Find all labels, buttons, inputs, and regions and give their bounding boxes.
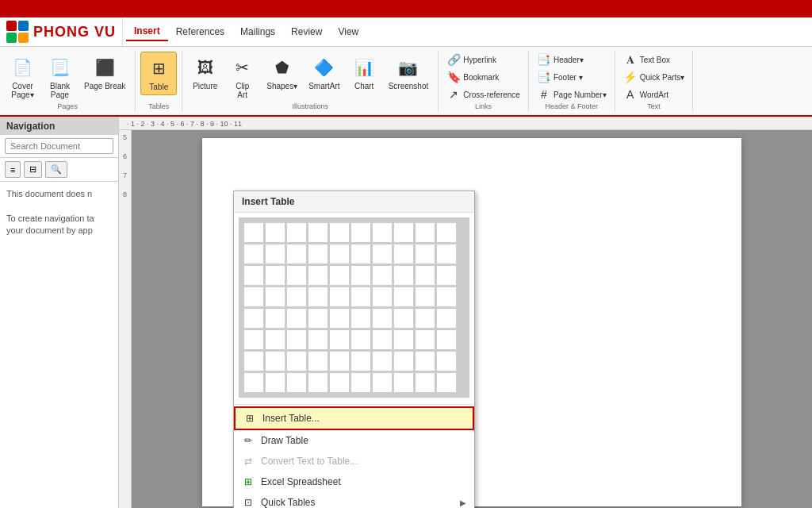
- page-break-button[interactable]: ⬛ Page Break: [79, 52, 130, 94]
- browse-headings-button[interactable]: ≡: [5, 161, 21, 178]
- table-cell[interactable]: [308, 287, 328, 307]
- table-cell[interactable]: [286, 329, 307, 350]
- table-cell[interactable]: [436, 372, 457, 393]
- table-cell[interactable]: [265, 351, 285, 371]
- table-cell[interactable]: [372, 287, 393, 307]
- excel-spreadsheet-item[interactable]: ⊞ Excel Spreadsheet: [234, 471, 474, 492]
- table-cell[interactable]: [265, 329, 285, 350]
- wordart-button[interactable]: A WordArt: [620, 87, 688, 102]
- table-cell[interactable]: [265, 265, 285, 286]
- table-cell[interactable]: [436, 244, 457, 264]
- table-button[interactable]: ⊞ Table: [140, 52, 177, 95]
- table-cell[interactable]: [350, 287, 371, 307]
- draw-table-item[interactable]: ✏ Draw Table: [234, 430, 474, 451]
- table-cell[interactable]: [243, 222, 264, 243]
- table-cell[interactable]: [372, 222, 393, 243]
- shapes-button[interactable]: ⬟ Shapes▾: [262, 52, 302, 94]
- table-cell[interactable]: [415, 372, 435, 393]
- table-cell[interactable]: [436, 222, 457, 243]
- table-cell[interactable]: [415, 287, 435, 307]
- table-cell[interactable]: [350, 244, 371, 264]
- cover-page-button[interactable]: 📄 CoverPage▾: [5, 52, 40, 102]
- quick-parts-button[interactable]: ⚡ Quick Parts▾: [620, 69, 688, 85]
- table-cell[interactable]: [243, 351, 264, 371]
- table-cell[interactable]: [372, 372, 393, 393]
- hyperlink-button[interactable]: 🔗 Hyperlink: [443, 52, 523, 67]
- cross-reference-button[interactable]: ↗ Cross-reference: [443, 87, 523, 102]
- table-cell[interactable]: [415, 265, 435, 286]
- table-cell[interactable]: [329, 329, 350, 350]
- table-cell[interactable]: [393, 308, 414, 329]
- table-cell[interactable]: [286, 244, 307, 264]
- picture-button[interactable]: 🖼 Picture: [187, 52, 223, 94]
- tab-insert[interactable]: Insert: [126, 22, 168, 41]
- table-cell[interactable]: [415, 351, 435, 371]
- table-cell[interactable]: [415, 244, 435, 264]
- table-cell[interactable]: [350, 222, 371, 243]
- text-box-button[interactable]: 𝐀 Text Box: [620, 52, 688, 67]
- smartart-button[interactable]: 🔷 SmartArt: [304, 52, 344, 94]
- table-cell[interactable]: [372, 329, 393, 350]
- table-cell[interactable]: [372, 244, 393, 264]
- table-cell[interactable]: [243, 265, 264, 286]
- table-cell[interactable]: [308, 372, 328, 393]
- table-cell[interactable]: [415, 308, 435, 329]
- table-cell[interactable]: [436, 329, 457, 350]
- table-cell[interactable]: [265, 287, 285, 307]
- table-cell[interactable]: [286, 287, 307, 307]
- bookmark-button[interactable]: 🔖 Bookmark: [443, 69, 523, 85]
- browse-pages-button[interactable]: ⊟: [24, 161, 42, 178]
- insert-table-item[interactable]: ⊞ Insert Table...: [234, 406, 474, 430]
- table-cell[interactable]: [243, 287, 264, 307]
- search-input[interactable]: [5, 138, 113, 154]
- table-cell[interactable]: [393, 265, 414, 286]
- blank-page-button[interactable]: 📃 BlankPage: [42, 52, 78, 102]
- table-cell[interactable]: [329, 222, 350, 243]
- table-cell[interactable]: [308, 308, 328, 329]
- header-button[interactable]: 📑 Header▾: [534, 52, 610, 67]
- table-grid[interactable]: [239, 217, 469, 398]
- table-cell[interactable]: [265, 372, 285, 393]
- table-cell[interactable]: [286, 265, 307, 286]
- table-cell[interactable]: [265, 308, 285, 329]
- table-cell[interactable]: [350, 372, 371, 393]
- table-cell[interactable]: [436, 308, 457, 329]
- table-cell[interactable]: [243, 308, 264, 329]
- table-cell[interactable]: [286, 308, 307, 329]
- quick-tables-item[interactable]: ⊡ Quick Tables ▶: [234, 492, 474, 508]
- table-cell[interactable]: [393, 244, 414, 264]
- table-cell[interactable]: [308, 222, 328, 243]
- table-cell[interactable]: [265, 244, 285, 264]
- table-cell[interactable]: [393, 222, 414, 243]
- table-cell[interactable]: [329, 351, 350, 371]
- table-cell[interactable]: [436, 287, 457, 307]
- table-cell[interactable]: [329, 308, 350, 329]
- clip-art-button[interactable]: ✂ ClipArt: [224, 52, 260, 102]
- table-cell[interactable]: [243, 372, 264, 393]
- table-cell[interactable]: [436, 265, 457, 286]
- table-cell[interactable]: [308, 244, 328, 264]
- table-cell[interactable]: [436, 351, 457, 371]
- table-cell[interactable]: [415, 222, 435, 243]
- table-cell[interactable]: [393, 329, 414, 350]
- table-cell[interactable]: [308, 351, 328, 371]
- table-cell[interactable]: [265, 222, 285, 243]
- browse-results-button[interactable]: 🔍: [45, 161, 67, 178]
- table-cell[interactable]: [329, 287, 350, 307]
- table-cell[interactable]: [286, 222, 307, 243]
- table-cell[interactable]: [329, 372, 350, 393]
- table-cell[interactable]: [415, 329, 435, 350]
- table-cell[interactable]: [308, 265, 328, 286]
- tab-references[interactable]: References: [168, 22, 232, 41]
- chart-button[interactable]: 📊 Chart: [347, 52, 382, 94]
- footer-button[interactable]: 📑 Footer ▾: [534, 69, 610, 85]
- table-cell[interactable]: [393, 351, 414, 371]
- table-cell[interactable]: [329, 244, 350, 264]
- table-cell[interactable]: [393, 287, 414, 307]
- table-cell[interactable]: [372, 308, 393, 329]
- table-cell[interactable]: [243, 329, 264, 350]
- screenshot-button[interactable]: 📷 Screenshot: [384, 52, 434, 94]
- table-cell[interactable]: [286, 351, 307, 371]
- tab-review[interactable]: Review: [283, 22, 330, 41]
- tab-view[interactable]: View: [330, 22, 366, 41]
